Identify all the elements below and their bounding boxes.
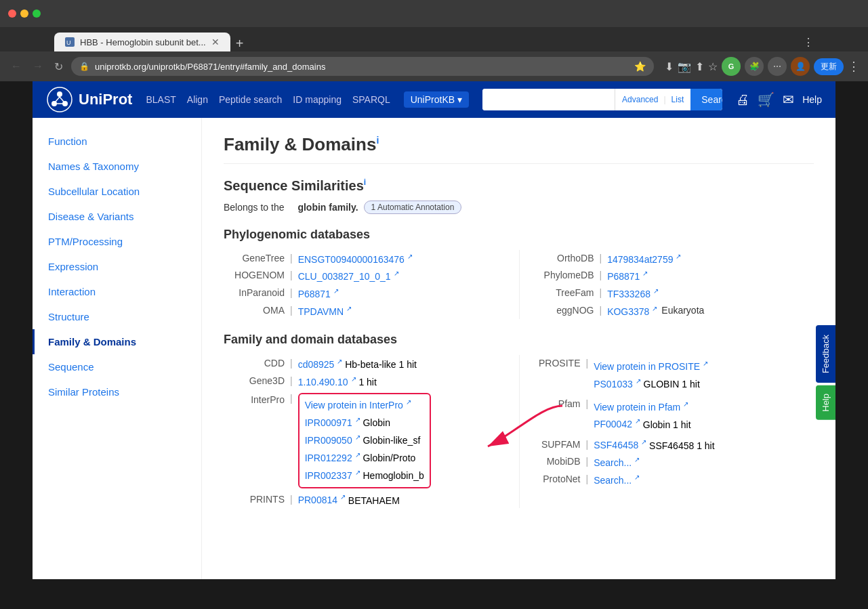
sidebar-item-interaction[interactable]: Interaction xyxy=(33,279,201,304)
prosite-main-link[interactable]: View protein in PROSITE ↗ xyxy=(594,361,708,372)
table-row: eggNOG | KOG3378 ↗ Eukaryota xyxy=(533,302,814,320)
hogenom-link[interactable]: CLU_003827_10_0_1 ↗ xyxy=(298,270,399,282)
table-row: TreeFam | TF333268 ↗ xyxy=(533,285,814,302)
seq-sim-info[interactable]: i xyxy=(364,177,366,187)
basket-icon[interactable]: 🛒 xyxy=(758,91,774,108)
profile-button[interactable]: 👤 xyxy=(791,57,810,76)
address-field[interactable]: 🔒 uniprotkb.org/uniprotkb/P68871/entry#f… xyxy=(71,57,654,76)
db-separator: | xyxy=(285,358,298,370)
new-tab-button[interactable]: + xyxy=(236,36,244,51)
extensions-button[interactable]: ⋯ xyxy=(768,57,787,76)
db-separator: | xyxy=(594,287,608,299)
tools-icon[interactable]: 🖨 xyxy=(736,92,749,108)
menu-button[interactable]: ⋮ xyxy=(848,59,860,74)
interpro-ipr012292[interactable]: IPR012292 ↗ xyxy=(305,453,360,463)
back-button[interactable]: ← xyxy=(8,58,24,75)
prosite-ps01033[interactable]: PS01033 ↗ xyxy=(594,379,641,390)
advanced-search-link[interactable]: Advanced xyxy=(622,95,658,104)
db-separator: | xyxy=(581,439,594,451)
interpro-ipr000971[interactable]: IPR000971 ↗ xyxy=(305,417,360,428)
interpro-main-link[interactable]: View protein in InterPro ↗ xyxy=(305,400,411,411)
sidebar-item-family-domains[interactable]: Family & Domains xyxy=(33,329,201,354)
annotation-badge[interactable]: 1 Automatic Annotation xyxy=(364,201,462,214)
phylomedb-link[interactable]: P68871 ↗ xyxy=(607,270,648,282)
share-icon[interactable]: ⬆ xyxy=(695,60,704,73)
uniprot-logo[interactable]: UniProt xyxy=(46,86,132,113)
pfam-main-link[interactable]: View protein in Pfam ↗ xyxy=(594,402,688,413)
page-title: Family & Domainsi xyxy=(224,134,814,164)
svg-point-2 xyxy=(57,91,62,97)
nav-align[interactable]: Align xyxy=(187,94,208,105)
sidebar-item-subcellular-location[interactable]: Subcellular Location xyxy=(33,179,201,204)
pfam-values: View protein in Pfam ↗ PF00042 ↗ Globin … xyxy=(594,398,690,434)
table-row: OrthoDB | 1479834at2759 ↗ xyxy=(533,250,814,268)
puzzle-extension[interactable]: 🧩 xyxy=(745,57,764,76)
nav-sparql[interactable]: SPARQL xyxy=(352,94,390,105)
grammarly-extension[interactable]: G xyxy=(722,57,741,76)
uniprotkb-dropdown[interactable]: UniProtKB ▾ xyxy=(404,91,469,108)
close-button[interactable] xyxy=(8,9,16,18)
genetree-link[interactable]: ENSGT00940000163476 ↗ xyxy=(298,253,413,265)
prints-link[interactable]: PR00814 ↗ xyxy=(298,495,346,505)
family-domain-table: CDD | cd08925 ↗ Hb-beta-like 1 hit Gene3… xyxy=(224,355,814,508)
sidebar-item-structure[interactable]: Structure xyxy=(33,304,201,329)
nav-id-mapping[interactable]: ID mapping xyxy=(293,94,342,105)
protonet-link[interactable]: Search... ↗ xyxy=(594,474,640,486)
db-label: Gene3D xyxy=(224,375,285,387)
minimize-button[interactable] xyxy=(20,9,28,18)
sidebar-item-sequence[interactable]: Sequence xyxy=(33,354,201,379)
family-domain-left: CDD | cd08925 ↗ Hb-beta-like 1 hit Gene3… xyxy=(224,355,519,508)
main-content: Family & Domainsi Sequence Similaritiesi… xyxy=(202,118,835,579)
browser-tab[interactable]: U HBB - Hemoglobin subunit bet... ✕ xyxy=(54,33,230,51)
sidebar-item-function[interactable]: Function xyxy=(33,129,201,154)
maximize-button[interactable] xyxy=(33,9,41,18)
tab-close-button[interactable]: ✕ xyxy=(211,37,220,47)
inparanoid-link[interactable]: P68871 ↗ xyxy=(298,287,339,299)
db-separator: | xyxy=(594,253,608,265)
db-separator: | xyxy=(285,305,298,317)
phylogenomic-section-title: Phylogenomic databases xyxy=(224,228,814,242)
interpro-ipr009050[interactable]: IPR009050 ↗ xyxy=(305,435,360,446)
refresh-button[interactable]: ↻ xyxy=(51,58,66,76)
sidebar-item-disease-variants[interactable]: Disease & Variants xyxy=(33,204,201,229)
sidebar-item-names-taxonomy[interactable]: Names & Taxonomy xyxy=(33,154,201,179)
page-title-info[interactable]: i xyxy=(376,135,379,146)
sidebar-item-expression[interactable]: Expression xyxy=(33,254,201,279)
feedback-button[interactable]: Feedback xyxy=(816,325,835,383)
sidebar-item-similar-proteins[interactable]: Similar Proteins xyxy=(33,379,201,404)
treefam-link[interactable]: TF333268 ↗ xyxy=(607,287,659,299)
download-icon[interactable]: ⬇ xyxy=(665,60,674,73)
db-separator: | xyxy=(594,305,608,317)
pfam-pf00042[interactable]: PF00042 ↗ xyxy=(594,419,640,429)
list-search-link[interactable]: List xyxy=(671,95,684,104)
help-button[interactable]: Help xyxy=(802,94,822,105)
supfam-link[interactable]: SSF46458 ↗ xyxy=(594,440,646,450)
url-text: uniprotkb.org/uniprotkb/P68871/entry#fam… xyxy=(95,62,629,72)
phylogenomic-right: OrthoDB | 1479834at2759 ↗ PhylomeDB | P6… xyxy=(519,250,814,320)
gene3d-link[interactable]: 1.10.490.10 ↗ xyxy=(298,377,356,387)
nav-blast[interactable]: BLAST xyxy=(146,94,175,105)
tab-favicon: U xyxy=(65,37,75,47)
nav-peptide-search[interactable]: Peptide search xyxy=(219,94,282,105)
orthodb-link[interactable]: 1479834at2759 ↗ xyxy=(607,253,681,265)
forward-button[interactable]: → xyxy=(30,58,46,75)
db-separator: | xyxy=(581,456,594,468)
tab-menu-button[interactable]: ⋮ xyxy=(803,36,814,51)
cdd-link[interactable]: cd08925 ↗ xyxy=(298,359,343,370)
mail-icon[interactable]: ✉ xyxy=(783,91,794,108)
bookmark-icon[interactable]: ☆ xyxy=(708,60,718,73)
globin-family-link[interactable]: globin family. xyxy=(297,202,358,213)
feedback-sidebar: Feedback Help xyxy=(816,325,835,420)
mobidb-link[interactable]: Search... ↗ xyxy=(594,456,640,468)
table-row: Gene3D | 1.10.490.10 ↗ 1 hit xyxy=(224,373,505,390)
eggndog-link[interactable]: KOG3378 ↗ xyxy=(607,305,657,317)
oma-link[interactable]: TPDAVMN ↗ xyxy=(298,305,352,317)
screenshot-icon[interactable]: 📷 xyxy=(678,60,691,73)
update-button[interactable]: 更新 xyxy=(814,58,844,75)
table-row: OMA | TPDAVMN ↗ xyxy=(224,302,505,320)
search-input[interactable] xyxy=(482,89,615,110)
help-side-button[interactable]: Help xyxy=(816,385,835,420)
interpro-ipr002337[interactable]: IPR002337 ↗ xyxy=(305,470,360,481)
sidebar-item-ptm-processing[interactable]: PTM/Processing xyxy=(33,229,201,254)
search-button[interactable]: Search xyxy=(690,89,722,110)
